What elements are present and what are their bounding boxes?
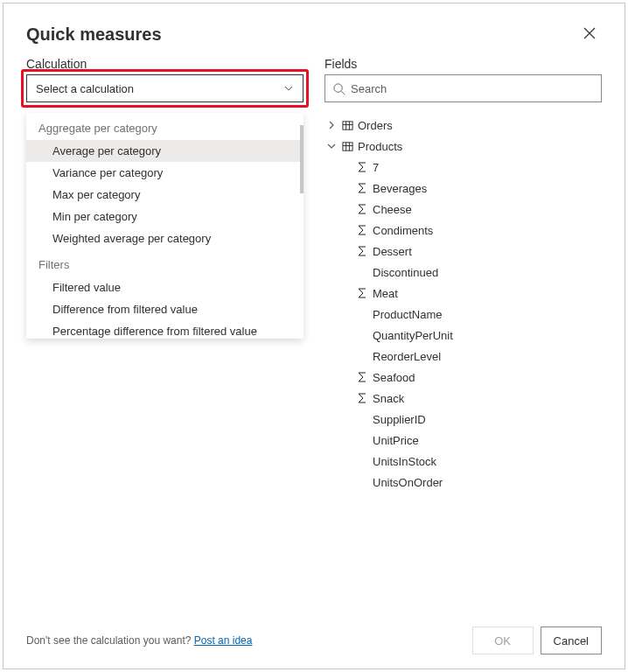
tree-item-label: ReorderLevel xyxy=(373,350,441,363)
calculation-column: Calculation Select a calculation Aggrega… xyxy=(26,57,304,614)
tree-field-node[interactable]: ProductName xyxy=(324,304,602,325)
sigma-icon xyxy=(356,392,368,404)
dialog-header: Quick measures xyxy=(3,4,625,57)
dropdown-option[interactable]: Difference from filtered value xyxy=(26,298,304,320)
search-input[interactable] xyxy=(351,82,594,95)
search-icon xyxy=(332,82,345,95)
tree-item-label: Cheese xyxy=(373,203,412,216)
sigma-icon xyxy=(356,161,368,173)
tree-item-label: Meat xyxy=(373,287,398,300)
tree-item-label: Discontinued xyxy=(373,266,438,279)
tree-field-node[interactable]: QuantityPerUnit xyxy=(324,325,602,346)
tree-field-node[interactable]: ReorderLevel xyxy=(324,346,602,367)
tree-item-label: Dessert xyxy=(373,245,412,258)
tree-item-label: Products xyxy=(358,140,402,153)
dialog-body: Calculation Select a calculation Aggrega… xyxy=(3,57,625,614)
tree-table-node[interactable]: Products xyxy=(324,136,602,157)
quick-measures-dialog: Quick measures Calculation Select a calc… xyxy=(3,3,625,669)
tree-field-node[interactable]: Meat xyxy=(324,283,602,304)
table-icon xyxy=(341,140,353,152)
ok-button[interactable]: OK xyxy=(472,626,534,654)
tree-item-label: Beverages xyxy=(373,182,427,195)
calculation-select-text: Select a calculation xyxy=(36,82,134,95)
chevron-down-icon xyxy=(326,141,337,151)
footer-prompt-text: Don't see the calculation you want? xyxy=(26,634,194,647)
tree-field-node[interactable]: Seafood xyxy=(324,367,602,388)
svg-point-0 xyxy=(334,83,342,91)
calculation-label: Calculation xyxy=(26,57,304,71)
tree-field-node[interactable]: Snack xyxy=(324,388,602,409)
dropdown-scrollbar[interactable] xyxy=(300,125,304,193)
tree-field-node[interactable]: Discontinued xyxy=(324,262,602,283)
fields-label: Fields xyxy=(324,57,602,71)
post-idea-link[interactable]: Post an idea xyxy=(194,634,253,647)
dropdown-option[interactable]: Percentage difference from filtered valu… xyxy=(26,320,304,339)
calculation-select[interactable]: Select a calculation xyxy=(26,74,304,102)
dropdown-option[interactable]: Min per category xyxy=(26,206,304,228)
fields-search-box[interactable] xyxy=(324,74,602,102)
sigma-icon xyxy=(356,371,368,383)
sigma-icon xyxy=(356,224,368,236)
tree-table-node[interactable]: Orders xyxy=(324,115,602,136)
calculation-select-wrap: Select a calculation Aggregate per categ… xyxy=(26,74,304,102)
table-icon xyxy=(341,119,353,131)
dropdown-group-header: Aggregate per category xyxy=(26,113,304,140)
tree-field-node[interactable]: UnitPrice xyxy=(324,430,602,451)
tree-field-node[interactable]: Dessert xyxy=(324,241,602,262)
sigma-icon xyxy=(356,245,368,257)
chevron-right-icon xyxy=(326,120,337,130)
tree-field-node[interactable]: Cheese xyxy=(324,199,602,220)
dialog-title: Quick measures xyxy=(26,24,162,45)
sigma-icon xyxy=(356,287,368,299)
close-button[interactable] xyxy=(579,23,600,46)
footer-prompt: Don't see the calculation you want? Post… xyxy=(26,634,252,647)
dropdown-option[interactable]: Weighted average per category xyxy=(26,228,304,249)
tree-item-label: Seafood xyxy=(373,371,415,384)
dropdown-option[interactable]: Variance per category xyxy=(26,162,304,184)
tree-field-node[interactable]: 7 xyxy=(324,157,602,178)
tree-item-label: 7 xyxy=(373,161,379,174)
tree-field-node[interactable]: UnitsOnOrder xyxy=(324,472,602,493)
sigma-icon xyxy=(356,182,368,194)
tree-item-label: ProductName xyxy=(373,308,442,321)
tree-item-label: UnitsOnOrder xyxy=(373,476,443,489)
close-icon xyxy=(583,26,597,40)
fields-tree: OrdersProducts7BeveragesCheeseCondiments… xyxy=(324,115,602,493)
svg-rect-2 xyxy=(342,142,352,150)
tree-item-label: UnitPrice xyxy=(373,434,419,447)
tree-item-label: Condiments xyxy=(373,224,433,237)
dropdown-option[interactable]: Filtered value xyxy=(26,276,304,298)
fields-column: Fields OrdersProducts7BeveragesCheeseCon… xyxy=(324,57,602,614)
dialog-footer: Don't see the calculation you want? Post… xyxy=(3,614,625,668)
footer-buttons: OK Cancel xyxy=(472,626,602,654)
chevron-down-icon xyxy=(283,83,294,94)
calculation-dropdown[interactable]: Aggregate per categoryAverage per catego… xyxy=(26,113,304,339)
tree-field-node[interactable]: SupplierID xyxy=(324,409,602,430)
tree-item-label: SupplierID xyxy=(373,413,426,426)
tree-field-node[interactable]: Condiments xyxy=(324,220,602,241)
cancel-button[interactable]: Cancel xyxy=(541,626,602,654)
tree-item-label: QuantityPerUnit xyxy=(373,329,453,342)
tree-field-node[interactable]: UnitsInStock xyxy=(324,451,602,472)
sigma-icon xyxy=(356,203,368,215)
dropdown-group-header: Filters xyxy=(26,249,304,276)
tree-item-label: UnitsInStock xyxy=(373,455,436,468)
dropdown-option[interactable]: Max per category xyxy=(26,184,304,206)
dropdown-option[interactable]: Average per category xyxy=(26,140,304,162)
tree-field-node[interactable]: Beverages xyxy=(324,178,602,199)
tree-item-label: Orders xyxy=(358,119,393,132)
svg-rect-1 xyxy=(342,121,352,129)
tree-item-label: Snack xyxy=(373,392,404,405)
